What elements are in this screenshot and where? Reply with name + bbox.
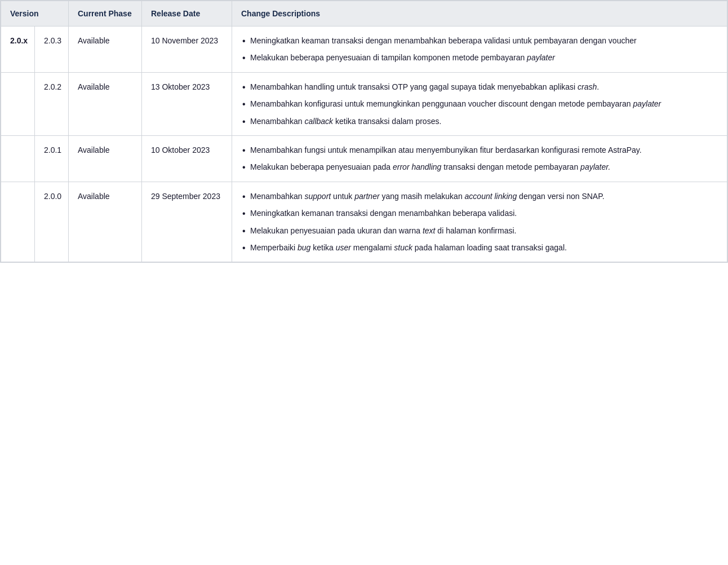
version-major-cell [1,72,35,135]
date-cell: 10 Oktober 2023 [142,135,232,182]
list-item: Meningkatkan keaman transaksi dengan men… [241,34,718,47]
date-cell: 29 September 2023 [142,182,232,262]
list-item: Memperbaiki bug ketika user mengalami st… [241,241,718,254]
phase-cell: Available [69,135,142,182]
list-item: Meningkatkan kemanan transaksi dengan me… [241,207,718,219]
changes-cell: Menambahkan support untuk partner yang m… [232,182,727,262]
changes-cell: Meningkatkan keaman transaksi dengan men… [232,27,727,73]
list-item: Menambahkan support untuk partner yang m… [241,190,718,202]
table-row: 2.0.1 Available 10 Oktober 2023 Menambah… [1,135,727,182]
header-change-descriptions: Change Descriptions [232,1,727,27]
table-header-row: Version Current Phase Release Date Chang… [1,1,727,27]
table-row: 2.0.0 Available 29 September 2023 Menamb… [1,182,727,262]
date-cell: 10 November 2023 [142,27,232,73]
list-item: Melakukan beberapa penyesuaian di tampil… [241,51,718,64]
header-release-date: Release Date [142,1,232,27]
phase-cell: Available [69,182,142,262]
changelog-table: Version Current Phase Release Date Chang… [1,1,727,262]
changelog-table-wrapper: Version Current Phase Release Date Chang… [0,0,728,263]
version-minor-cell: 2.0.3 [35,27,69,73]
change-list: Menambahkan support untuk partner yang m… [241,190,718,254]
phase-cell: Available [69,72,142,135]
list-item: Melakukan beberapa penyesuaian pada erro… [241,161,718,173]
table-row: 2.0.x 2.0.3 Available 10 November 2023 M… [1,27,727,73]
phase-cell: Available [69,27,142,73]
header-current-phase: Current Phase [69,1,142,27]
version-major-cell [1,135,35,182]
version-minor-cell: 2.0.1 [35,135,69,182]
change-list: Menambahkan fungsi untuk menampilkan ata… [241,144,718,174]
list-item: Melakukan penyesuaian pada ukuran dan wa… [241,224,718,237]
table-row: 2.0.2 Available 13 Oktober 2023 Menambah… [1,72,727,135]
list-item: Menambahkan callback ketika transaksi da… [241,115,718,127]
date-cell: 13 Oktober 2023 [142,72,232,135]
change-list: Menambahkan handling untuk transaksi OTP… [241,81,718,127]
version-minor-cell: 2.0.2 [35,72,69,135]
version-major-cell: 2.0.x [1,27,35,73]
changes-cell: Menambahkan fungsi untuk menampilkan ata… [232,135,727,182]
header-version: Version [1,1,69,27]
changes-cell: Menambahkan handling untuk transaksi OTP… [232,72,727,135]
list-item: Menambahkan konfigurasi untuk memungkink… [241,98,718,110]
list-item: Menambahkan handling untuk transaksi OTP… [241,81,718,93]
list-item: Menambahkan fungsi untuk menampilkan ata… [241,144,718,156]
version-major-cell [1,182,35,262]
change-list: Meningkatkan keaman transaksi dengan men… [241,34,718,64]
version-minor-cell: 2.0.0 [35,182,69,262]
